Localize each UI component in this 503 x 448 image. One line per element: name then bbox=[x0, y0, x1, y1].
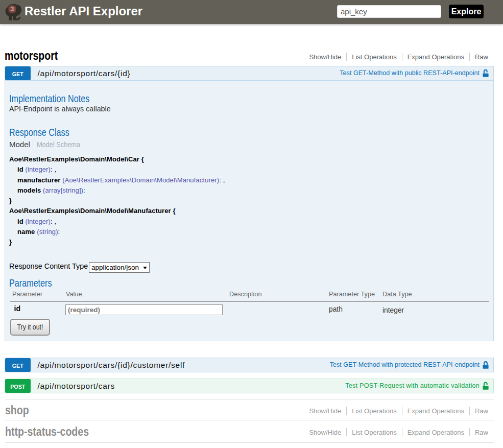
svg-text:3: 3 bbox=[10, 5, 14, 13]
